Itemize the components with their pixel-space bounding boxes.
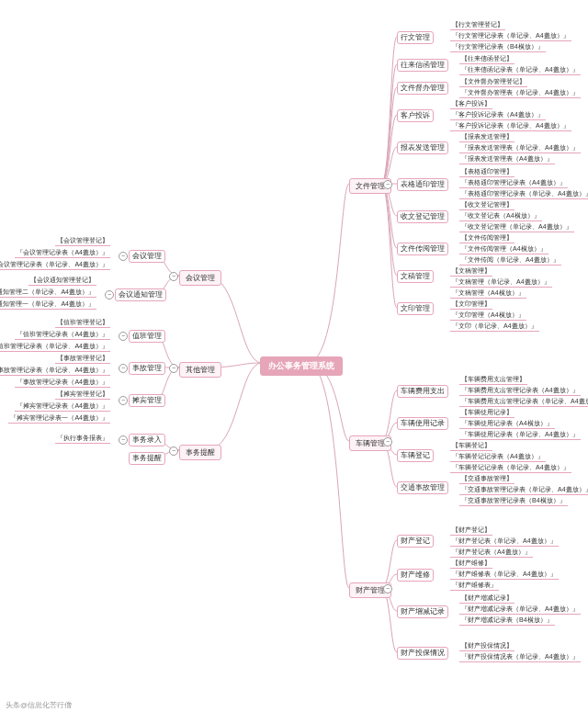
- leaf: 【车辆登记】: [450, 441, 492, 451]
- branch-reminder[interactable]: 事务提醒: [179, 445, 221, 460]
- leaf: 【财产登记】: [450, 526, 492, 536]
- leaf: 【文件传阅管理】: [459, 233, 514, 243]
- toggle-icon[interactable]: −: [105, 290, 114, 299]
- sub-node[interactable]: 会议通知管理: [115, 288, 166, 301]
- branch-meeting[interactable]: 会议管理: [179, 270, 221, 286]
- leaf: 【事故管理登记】: [55, 354, 110, 364]
- leaf: 『报表发送管理表（单记录、A4盖放）』: [459, 143, 581, 153]
- leaf: 『车辆费用支出管理记录表（单记录、A4盖放）』: [459, 397, 588, 407]
- sub-node[interactable]: 值班管理: [129, 330, 165, 343]
- sub-node[interactable]: 交通事故管理: [397, 481, 448, 494]
- leaf: 『客户投诉记录表（A4盖放）』: [450, 110, 546, 120]
- sub-node[interactable]: 行文管理: [397, 31, 434, 44]
- toggle-icon[interactable]: −: [119, 364, 128, 373]
- leaf: 『车辆登记记录表（A4盖放）』: [450, 452, 546, 462]
- toggle-icon[interactable]: −: [119, 252, 128, 261]
- leaf: 『财产增减记录表（B4横放）』: [459, 616, 555, 626]
- toggle-icon[interactable]: −: [383, 437, 392, 446]
- leaf: 『交通事故管理记录表（B4横放）』: [459, 496, 568, 506]
- leaf: 【文件督办管理登记】: [459, 77, 527, 87]
- leaf: 【财产投保情况】: [459, 641, 514, 651]
- toggle-icon[interactable]: −: [119, 396, 128, 405]
- toggle-icon[interactable]: −: [169, 272, 178, 281]
- sub-node[interactable]: 文件传阅管理: [397, 243, 448, 255]
- sub-node[interactable]: 文件督办管理: [397, 82, 448, 95]
- leaf: 『财产投保情况表（单记录、A4盖放）』: [459, 652, 581, 662]
- leaf: 【文稿管理】: [450, 266, 492, 277]
- leaf: 『摊宾管理记录表一（A4盖放）』: [8, 413, 110, 424]
- leaf: 【会议通知管理登记】: [28, 276, 96, 286]
- leaf: 『摊宾管理记录表（A4盖放）』: [15, 401, 110, 412]
- sub-node[interactable]: 文印管理: [397, 302, 434, 315]
- leaf: 『交通事故管理记录表（单记录、A4盖放）』: [459, 485, 588, 495]
- leaf: 『文件传阅管理（A4横放）』: [459, 244, 548, 254]
- leaf: 『会议通知管理二（单记录、A4盖放）』: [0, 288, 96, 298]
- sub-node[interactable]: 表格通印管理: [397, 178, 448, 191]
- leaf: 『财产登记表（A4盖放）』: [450, 548, 533, 558]
- sub-node[interactable]: 报表发送管理: [397, 141, 448, 154]
- leaf: 【表格通印管理】: [459, 167, 514, 177]
- leaf: 『车辆登记记录表（单记录、A4盖放）』: [450, 463, 571, 473]
- toggle-icon[interactable]: −: [169, 364, 178, 373]
- leaf: 『会议通知管理一（单记录、A4盖放）』: [0, 299, 96, 310]
- leaf: 『财产增减记录表（单记录、A4盖放）』: [459, 605, 581, 615]
- leaf: 『文件督办管理表（单记录、A4盖放）』: [459, 88, 581, 98]
- leaf: 【财产增减记录】: [459, 593, 514, 604]
- leaf: 『车辆使用记录表（A4横放）』: [459, 419, 555, 429]
- sub-node[interactable]: 财产投保情况: [397, 647, 448, 660]
- sub-node[interactable]: 收文登记管理: [397, 210, 448, 223]
- sub-node[interactable]: 往来信函管理: [397, 59, 448, 72]
- sub-node[interactable]: 财产登记: [397, 535, 434, 548]
- leaf: 【车辆使用记录】: [459, 408, 514, 418]
- toggle-icon[interactable]: −: [383, 180, 392, 189]
- leaf: 『车辆使用记录表（单记录、A4盖放）』: [459, 430, 581, 440]
- toggle-icon[interactable]: −: [119, 332, 128, 341]
- leaf: 『执行事务报表』: [55, 434, 110, 444]
- sub-node[interactable]: 事故管理: [129, 362, 165, 375]
- leaf: 『报表发送管理表（A4盖放）』: [459, 154, 555, 164]
- leaf: 『财产登记表（单记录、A4盖放）』: [450, 537, 559, 547]
- leaf: 『表格通印管理记录表（单记录、A4盖放）』: [459, 189, 588, 199]
- leaf: 『会议管理记录表（单记录、A4盖放）』: [0, 260, 110, 270]
- toggle-icon[interactable]: −: [119, 435, 128, 445]
- sub-node[interactable]: 财产增减记录: [397, 605, 448, 618]
- leaf: 『值班管理记录表（A4盖放）』: [15, 330, 110, 340]
- leaf: 『会议管理记录表（A4盖放）』: [15, 248, 110, 258]
- leaf: 『文印管理（A4横放）』: [450, 311, 526, 321]
- leaf: 『车辆费用支出管理记录表（A4盖放）』: [459, 386, 581, 396]
- root-node[interactable]: 办公事务管理系统: [260, 356, 343, 376]
- leaf: 『文稿管理（单记录、A4盖放）』: [450, 277, 552, 288]
- leaf: 『事故管理记录表（单记录、A4盖放）』: [0, 366, 110, 376]
- leaf: 『客户投诉记录表（单记录、A4盖放）』: [450, 121, 571, 131]
- sub-node[interactable]: 车辆登记: [397, 449, 434, 462]
- leaf: 【收文登记管理】: [459, 200, 514, 210]
- sub-node[interactable]: 事务提醒: [129, 452, 165, 465]
- leaf: 『事故管理记录表（A4盖放）』: [15, 378, 110, 388]
- leaf: 『收文登记管理（单记录、A4盖放）』: [459, 222, 574, 232]
- leaf: 【行文管理登记】: [450, 20, 505, 30]
- sub-node[interactable]: 财产维修: [397, 569, 434, 582]
- mindmap-canvas: 办公事务管理系统 会议管理 − 其他管理 − 事务提醒 − 会议管理 − 【会议…: [0, 0, 588, 712]
- leaf: 『往来信函记录表（单记录、A4盖放）』: [459, 65, 581, 75]
- leaf: 【文印管理】: [450, 299, 492, 310]
- leaf: 『文稿管理（A4横放）』: [450, 288, 526, 299]
- leaf: 『文印（单记录、A4盖放）』: [450, 322, 539, 332]
- leaf: 『收文登记表（A4横放）』: [459, 211, 542, 221]
- sub-node[interactable]: 事务录入: [129, 434, 165, 446]
- sub-node[interactable]: 文稿管理: [397, 270, 434, 283]
- watermark-text: 头条@信息化苦行僧: [6, 700, 72, 710]
- leaf: 【财产维修】: [450, 559, 492, 569]
- leaf: 【会议管理登记】: [55, 236, 110, 246]
- leaf: 【报表发送管理】: [459, 132, 514, 142]
- toggle-icon[interactable]: −: [383, 584, 392, 593]
- sub-node[interactable]: 会议管理: [129, 250, 165, 263]
- toggle-icon[interactable]: −: [169, 446, 178, 456]
- leaf: 『文件传阅（单记录、A4盖放）』: [459, 255, 561, 266]
- sub-node[interactable]: 摊宾管理: [129, 394, 165, 407]
- leaf: 『行文管理记录表（B4横放）』: [450, 42, 546, 52]
- sub-node[interactable]: 车辆费用支出: [397, 385, 448, 398]
- branch-other[interactable]: 其他管理: [179, 362, 221, 378]
- sub-node[interactable]: 客户投诉: [397, 109, 434, 122]
- leaf: 【往来信函登记】: [459, 54, 514, 64]
- sub-node[interactable]: 车辆使用记录: [397, 417, 448, 430]
